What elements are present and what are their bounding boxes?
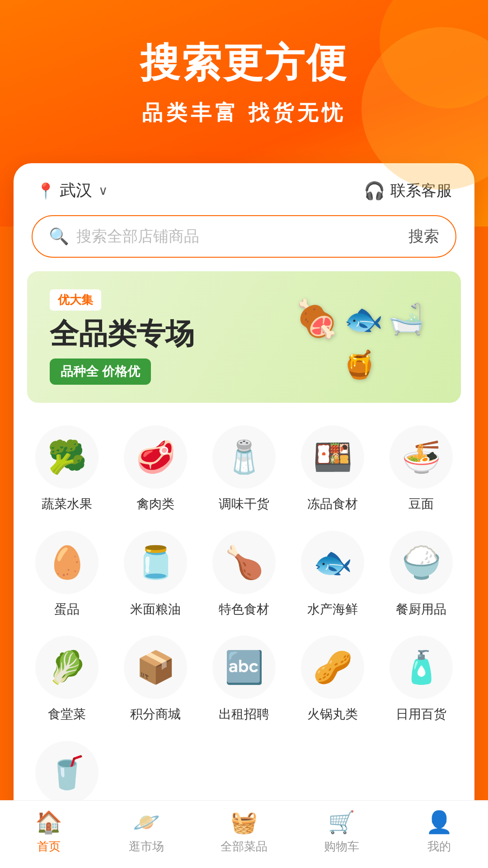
category-item-3[interactable]: 🍱冻品食材 <box>288 416 377 521</box>
banner-title: 全品类专场 <box>50 318 276 349</box>
category-icon-13: 🥜 <box>301 636 364 699</box>
category-icon-1: 🥩 <box>124 425 187 489</box>
nav-item-首页[interactable]: 🏠首页 <box>0 810 98 854</box>
category-item-8[interactable]: 🐟水产海鲜 <box>288 522 377 627</box>
category-icon-9: 🍚 <box>389 531 453 594</box>
banner-badge: 品种全 价格优 <box>50 359 151 385</box>
main-card: 📍 武汉 ∨ 🎧 联系客服 🔍 搜索全部店铺商品 搜索 优大集 全品类专场 品种… <box>14 163 474 868</box>
promo-banner-top[interactable]: 优大集 全品类专场 品种全 价格优 🍖 🐟 🛁 🍯 <box>27 271 461 403</box>
category-item-10[interactable]: 🥬食堂菜 <box>23 627 111 731</box>
category-item-7[interactable]: 🍗特色食材 <box>200 522 288 627</box>
hero-title: 搜索更方便 <box>18 36 470 90</box>
nav-icon-购物车: 🛒 <box>328 810 355 835</box>
location-name: 武汉 <box>60 179 92 202</box>
category-icon-11: 📦 <box>124 636 187 699</box>
category-icon-10: 🥬 <box>35 636 99 699</box>
category-label-7: 特色食材 <box>219 601 269 618</box>
category-item-9[interactable]: 🍚餐厨用品 <box>377 522 465 627</box>
location-selector[interactable]: 📍 武汉 ∨ <box>36 179 108 202</box>
category-icon-5: 🥚 <box>35 531 99 594</box>
nav-item-购物车[interactable]: 🛒购物车 <box>293 810 390 854</box>
bottom-nav: 🏠首页🪐逛市场🧺全部菜品🛒购物车👤我的 <box>0 800 488 868</box>
location-icon: 📍 <box>36 182 55 200</box>
category-label-1: 禽肉类 <box>136 496 174 512</box>
category-item-11[interactable]: 📦积分商城 <box>111 627 200 731</box>
category-label-14: 日用百货 <box>396 706 446 722</box>
search-button[interactable]: 搜索 <box>408 226 439 247</box>
category-item-1[interactable]: 🥩禽肉类 <box>111 416 200 521</box>
category-label-12: 出租招聘 <box>219 706 269 722</box>
nav-icon-全部菜品: 🧺 <box>230 810 258 835</box>
category-icon-3: 🍱 <box>301 425 364 489</box>
nav-label-我的: 我的 <box>427 839 451 854</box>
search-icon: 🔍 <box>49 227 69 246</box>
nav-icon-首页: 🏠 <box>35 810 62 835</box>
category-icon-6: 🫙 <box>124 531 187 594</box>
nav-icon-我的: 👤 <box>426 810 453 835</box>
service-label: 联系客服 <box>390 180 452 201</box>
hero-subtitle: 品类丰富 找货无忧 <box>18 99 470 127</box>
category-item-12[interactable]: 🔤出租招聘 <box>200 627 288 731</box>
nav-label-全部菜品: 全部菜品 <box>221 839 267 854</box>
category-icon-0: 🥦 <box>35 425 99 489</box>
category-icon-14: 🧴 <box>389 636 453 699</box>
category-icon-2: 🧂 <box>212 425 276 489</box>
category-label-9: 餐厨用品 <box>396 601 446 618</box>
nav-item-我的[interactable]: 👤我的 <box>390 810 488 854</box>
banner-tag: 优大集 <box>50 289 101 311</box>
category-item-4[interactable]: 🍜豆面 <box>377 416 465 521</box>
search-input[interactable]: 搜索全部店铺商品 <box>76 226 408 247</box>
banner-right: 🍖 🐟 🛁 🍯 <box>276 297 438 378</box>
category-icon-7: 🍗 <box>212 531 276 594</box>
category-icon-4: 🍜 <box>389 425 453 489</box>
category-label-2: 调味干货 <box>219 496 269 512</box>
nav-label-购物车: 购物车 <box>324 839 359 854</box>
nav-item-逛市场[interactable]: 🪐逛市场 <box>98 810 195 854</box>
service-icon: 🎧 <box>364 181 385 201</box>
category-label-4: 豆面 <box>408 496 434 512</box>
category-item-14[interactable]: 🧴日用百货 <box>377 627 465 731</box>
nav-icon-逛市场: 🪐 <box>133 810 160 835</box>
nav-item-全部菜品[interactable]: 🧺全部菜品 <box>195 810 293 854</box>
category-item-2[interactable]: 🧂调味干货 <box>200 416 288 521</box>
nav-label-逛市场: 逛市场 <box>129 839 164 854</box>
search-bar[interactable]: 🔍 搜索全部店铺商品 搜索 <box>32 215 456 258</box>
category-grid: 🥦蔬菜水果🥩禽肉类🧂调味干货🍱冻品食材🍜豆面🥚蛋品🫙米面粮油🍗特色食材🐟水产海鲜… <box>14 403 474 837</box>
nav-label-首页: 首页 <box>37 839 61 854</box>
category-item-6[interactable]: 🫙米面粮油 <box>111 522 200 627</box>
category-item-13[interactable]: 🥜火锅丸类 <box>288 627 377 731</box>
category-label-0: 蔬菜水果 <box>42 496 92 512</box>
category-icon-8: 🐟 <box>301 531 364 594</box>
category-item-0[interactable]: 🥦蔬菜水果 <box>23 416 111 521</box>
top-bar: 📍 武汉 ∨ 🎧 联系客服 <box>14 163 474 211</box>
category-label-3: 冻品食材 <box>307 496 358 512</box>
category-label-6: 米面粮油 <box>130 601 181 618</box>
category-label-5: 蛋品 <box>54 601 80 618</box>
banner-left: 优大集 全品类专场 品种全 价格优 <box>50 289 276 385</box>
category-label-13: 火锅丸类 <box>307 706 358 722</box>
customer-service-button[interactable]: 🎧 联系客服 <box>364 180 452 201</box>
category-label-8: 水产海鲜 <box>307 601 358 618</box>
category-icon-12: 🔤 <box>212 636 276 699</box>
category-item-5[interactable]: 🥚蛋品 <box>23 522 111 627</box>
category-label-10: 食堂菜 <box>48 706 86 722</box>
chevron-down-icon: ∨ <box>99 183 108 198</box>
category-label-11: 积分商城 <box>130 706 181 722</box>
category-icon-15: 🥤 <box>35 741 99 804</box>
